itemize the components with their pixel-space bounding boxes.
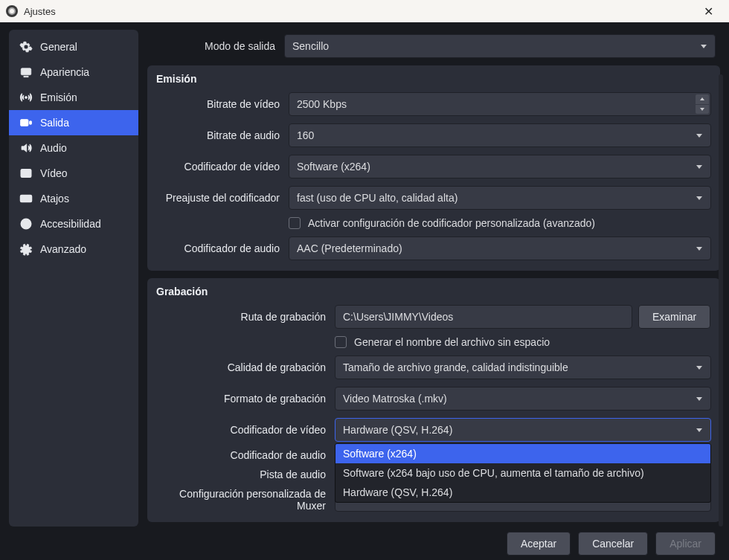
footer: Aceptar Cancelar Aplicar xyxy=(0,527,729,560)
audio-bitrate-value: 160 xyxy=(297,129,314,141)
svg-rect-3 xyxy=(21,120,29,126)
sidebar-item-apariencia[interactable]: Apariencia xyxy=(9,59,138,85)
filename-nospace-label[interactable]: Generar el nombre del archivo sin espaci… xyxy=(354,336,550,348)
sidebar-item-audio[interactable]: Audio xyxy=(9,135,138,161)
recording-path-input[interactable]: C:\Users\JIMMY\Videos xyxy=(335,305,632,329)
chevron-down-icon xyxy=(696,395,703,402)
encoder-preset-value: fast (uso de CPU alto, calidad alta) xyxy=(297,192,457,204)
audio-icon xyxy=(19,141,33,155)
accessibility-icon xyxy=(19,217,33,231)
output-icon xyxy=(19,116,33,129)
dropdown-option[interactable]: Hardware (QSV, H.264) xyxy=(335,483,710,502)
custom-encoder-label[interactable]: Activar configuración de codificador per… xyxy=(308,217,595,229)
encoder-preset-select[interactable]: fast (uso de CPU alto, calidad alta) xyxy=(289,186,711,210)
sidebar-item-label: Avanzado xyxy=(40,243,86,255)
svg-rect-8 xyxy=(25,197,26,199)
filename-nospace-checkbox[interactable] xyxy=(335,336,347,348)
scrollbar[interactable] xyxy=(719,74,723,527)
audio-bitrate-select[interactable]: 160 xyxy=(289,123,711,147)
output-mode-label: Modo de salida xyxy=(152,40,284,52)
stream-audio-encoder-label: Codificador de audio xyxy=(156,242,289,254)
titlebar: Ajustes ✕ xyxy=(0,0,729,22)
svg-point-2 xyxy=(25,97,28,99)
sidebar-item-avanzado[interactable]: Avanzado xyxy=(9,236,138,262)
dropdown-option[interactable]: Software (x264) xyxy=(335,444,710,463)
chevron-down-icon xyxy=(696,245,703,252)
spinner-down[interactable] xyxy=(696,105,709,115)
chevron-down-icon xyxy=(696,364,703,371)
accept-button[interactable]: Aceptar xyxy=(507,532,571,556)
content: General Apariencia Emisión Salida Audio … xyxy=(0,22,729,527)
chevron-down-icon xyxy=(696,194,703,202)
svg-rect-5 xyxy=(21,170,31,178)
recording-path-value: C:\Users\JIMMY\Videos xyxy=(343,311,453,323)
sidebar-item-atajos[interactable]: Atajos xyxy=(9,186,138,211)
advanced-icon xyxy=(19,242,33,256)
video-bitrate-input[interactable]: 2500 Kbps xyxy=(289,92,711,116)
window-title: Ajustes xyxy=(24,6,693,17)
broadcast-icon xyxy=(19,91,33,104)
spinner-up[interactable] xyxy=(696,94,709,104)
output-mode-row: Modo de salida Sencillo xyxy=(147,30,720,58)
video-bitrate-value: 2500 Kbps xyxy=(297,98,347,110)
svg-rect-1 xyxy=(24,76,28,77)
rec-video-encoder-dropdown: Software (x264) Software (x264 bajo uso … xyxy=(335,443,711,503)
sidebar-item-label: Atajos xyxy=(40,193,69,205)
audio-bitrate-label: Bitrate de audio xyxy=(156,129,289,141)
sidebar-item-label: Vídeo xyxy=(40,167,68,179)
app-icon xyxy=(6,5,18,17)
cancel-button[interactable]: Cancelar xyxy=(578,532,648,556)
output-mode-value: Sencillo xyxy=(292,40,329,52)
sidebar-item-emision[interactable]: Emisión xyxy=(9,85,138,110)
rec-video-encoder-label: Codificador de vídeo xyxy=(156,424,335,436)
sidebar-item-label: Salida xyxy=(40,117,69,129)
recording-group: Grabación Ruta de grabación C:\Users\JIM… xyxy=(147,278,720,522)
close-button[interactable]: ✕ xyxy=(693,0,723,22)
recording-quality-select[interactable]: Tamaño de archivo grande, calidad indist… xyxy=(335,355,711,379)
sidebar-item-accesibilidad[interactable]: Accesibilidad xyxy=(9,211,138,236)
browse-button[interactable]: Examinar xyxy=(638,305,710,329)
chevron-down-icon xyxy=(696,426,703,434)
apply-button[interactable]: Aplicar xyxy=(655,532,716,556)
streaming-group: Emisión Bitrate de vídeo 2500 Kbps Bitra… xyxy=(147,65,720,271)
recording-format-label: Formato de grabación xyxy=(156,393,335,405)
sidebar-item-label: General xyxy=(40,41,77,53)
stream-audio-encoder-select[interactable]: AAC (Predeterminado) xyxy=(289,236,711,260)
stream-audio-encoder-value: AAC (Predeterminado) xyxy=(297,242,402,254)
recording-format-select[interactable]: Video Matroska (.mkv) xyxy=(335,387,711,411)
svg-rect-9 xyxy=(27,197,28,199)
chevron-down-icon xyxy=(700,42,707,50)
sidebar-item-general[interactable]: General xyxy=(9,34,138,59)
sidebar-item-label: Audio xyxy=(40,142,67,154)
svg-rect-0 xyxy=(21,68,31,75)
recording-format-value: Video Matroska (.mkv) xyxy=(343,393,447,405)
sidebar-item-video[interactable]: Vídeo xyxy=(9,161,138,186)
sidebar-item-label: Accesibilidad xyxy=(40,218,101,230)
rec-video-encoder-select[interactable]: Hardware (QSV, H.264) xyxy=(335,418,711,442)
recording-quality-label: Calidad de grabación xyxy=(156,361,335,373)
appearance-icon xyxy=(19,65,33,79)
output-mode-select[interactable]: Sencillo xyxy=(284,34,716,58)
stream-video-encoder-value: Software (x264) xyxy=(297,161,370,173)
sidebar-item-salida[interactable]: Salida xyxy=(9,110,138,135)
custom-encoder-checkbox[interactable] xyxy=(289,217,301,229)
audio-track-label: Pista de audio xyxy=(156,469,335,480)
svg-rect-11 xyxy=(23,199,29,201)
video-icon xyxy=(19,167,33,180)
keyboard-icon xyxy=(19,192,33,205)
svg-rect-10 xyxy=(29,197,30,199)
sidebar-item-label: Apariencia xyxy=(40,66,89,78)
svg-rect-6 xyxy=(21,196,32,202)
encoder-preset-label: Preajuste del codificador xyxy=(156,192,289,204)
svg-rect-4 xyxy=(30,121,32,125)
stream-video-encoder-select[interactable]: Software (x264) xyxy=(289,155,711,178)
svg-point-13 xyxy=(25,221,27,222)
recording-title: Grabación xyxy=(156,286,711,297)
stream-video-encoder-label: Codificador de vídeo xyxy=(156,161,289,173)
svg-rect-7 xyxy=(22,197,24,199)
sidebar: General Apariencia Emisión Salida Audio … xyxy=(9,30,138,527)
recording-path-label: Ruta de grabación xyxy=(156,311,335,323)
chevron-down-icon xyxy=(696,132,703,139)
dropdown-option[interactable]: Software (x264 bajo uso de CPU, aumenta … xyxy=(335,463,710,483)
rec-video-encoder-value: Hardware (QSV, H.264) xyxy=(343,424,452,436)
